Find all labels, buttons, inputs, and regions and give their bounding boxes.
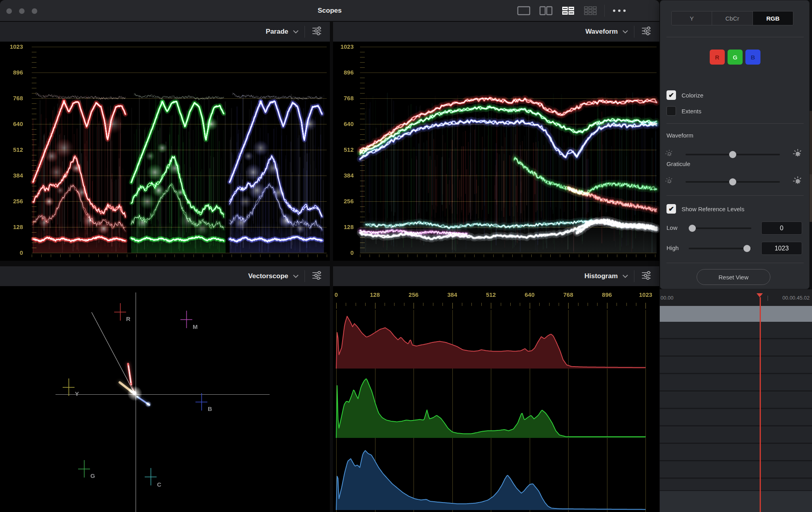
show-reference-label: Show Reference Levels <box>682 206 744 212</box>
axis-label: 0 <box>333 249 354 257</box>
single-view-icon[interactable] <box>515 4 532 17</box>
nine-view-icon[interactable] <box>582 4 599 17</box>
header-divider <box>634 270 634 282</box>
extents-checkbox[interactable] <box>666 106 676 116</box>
axis-label: 1023 <box>634 291 657 299</box>
high-reference-row: High <box>660 242 810 255</box>
chevron-down-icon[interactable] <box>293 275 299 278</box>
axis-label: 896 <box>333 69 354 76</box>
extents-row: Extents <box>666 106 701 116</box>
chevron-down-icon[interactable] <box>622 275 628 278</box>
chevron-down-icon[interactable] <box>293 30 299 34</box>
vectorscope-target-label: G <box>90 472 95 479</box>
blue-channel-button[interactable]: B <box>745 50 760 65</box>
axis-label: 1023 <box>0 43 23 51</box>
vectorscope-title-dropdown[interactable]: Vectorscope <box>248 272 288 280</box>
quad-view-icon-active[interactable] <box>560 4 576 17</box>
axis-label: 512 <box>0 146 23 154</box>
show-reference-checkbox[interactable] <box>666 204 676 214</box>
green-channel-button[interactable]: G <box>728 50 743 65</box>
histogram-canvas <box>333 286 659 512</box>
timeline-start-timecode: 00.00 <box>661 295 674 301</box>
more-options-icon[interactable] <box>610 4 628 17</box>
vectorscope-target-label: B <box>208 405 212 412</box>
dual-view-icon[interactable] <box>538 4 554 17</box>
zoom-button[interactable] <box>32 8 37 14</box>
timeline-scrollbar[interactable] <box>660 306 812 322</box>
slider-track[interactable] <box>686 181 780 183</box>
chevron-down-icon[interactable] <box>622 30 628 34</box>
histogram-display: 01282563845126407688961023 <box>333 286 659 512</box>
extents-label: Extents <box>682 108 701 115</box>
tab-y[interactable]: Y <box>672 11 712 25</box>
waveform-brightness-slider <box>660 149 810 160</box>
vectorscope-canvas <box>0 286 330 512</box>
colorize-label: Colorize <box>682 92 703 99</box>
brightness-high-icon <box>793 176 803 188</box>
playhead-handle[interactable] <box>756 293 763 297</box>
scope-settings-icon[interactable] <box>311 269 323 283</box>
parade-header: Parade <box>0 22 330 42</box>
colorize-row: Colorize <box>666 90 703 100</box>
histogram-title-dropdown[interactable]: Histogram <box>584 272 618 280</box>
parade-scope-display: 10238967686405123842561280 <box>0 42 330 261</box>
slider-thumb[interactable] <box>729 151 736 158</box>
reset-view-button[interactable]: Reset View <box>697 269 770 285</box>
window-controls <box>6 8 37 14</box>
slider-thumb[interactable] <box>729 178 736 185</box>
slider-track[interactable] <box>689 227 751 229</box>
scope-settings-icon[interactable] <box>640 269 652 283</box>
divider <box>666 123 804 124</box>
colorize-checkbox[interactable] <box>666 90 676 100</box>
low-value-input[interactable] <box>761 222 802 235</box>
waveform-brightness-label: Waveform <box>666 132 693 139</box>
red-channel-button[interactable]: R <box>710 50 725 65</box>
slider-thumb[interactable] <box>743 245 751 252</box>
high-value-input[interactable] <box>761 242 802 255</box>
scope-settings-panel: Y CbCr RGB R G B Colorize Extents Wavefo… <box>660 0 810 289</box>
show-reference-row: Show Reference Levels <box>666 204 744 214</box>
divider <box>666 195 804 196</box>
parade-panel: Parade 10238967686405123842561280 <box>0 22 330 261</box>
playhead-line[interactable] <box>760 297 761 512</box>
high-label: High <box>666 245 679 251</box>
histogram-header: Histogram <box>333 266 659 286</box>
timeline-background: 00.00 00.00.45.02 <box>660 289 812 512</box>
histogram-panel: Histogram 01282563845126407688961023 <box>333 266 659 512</box>
vectorscope-target-label: Y <box>75 390 79 397</box>
divider <box>666 263 804 263</box>
axis-label: 640 <box>518 291 542 299</box>
background-app-sliver <box>810 0 812 289</box>
waveform-title-dropdown[interactable]: Waveform <box>585 28 618 36</box>
divider <box>666 37 804 37</box>
scope-settings-icon[interactable] <box>640 25 652 38</box>
timeline-tracks[interactable] <box>660 322 812 512</box>
tab-rgb[interactable]: RGB <box>753 11 793 25</box>
slider-thumb[interactable] <box>689 225 696 232</box>
axis-label: 384 <box>333 172 354 180</box>
titlebar-divider <box>604 5 605 17</box>
timeline-bottom-track[interactable] <box>660 490 812 512</box>
parade-title-dropdown[interactable]: Parade <box>266 28 288 36</box>
slider-track[interactable] <box>689 248 751 249</box>
waveform-header: Waveform <box>333 22 659 42</box>
low-reference-row: Low <box>660 222 810 235</box>
brightness-low-icon <box>665 177 674 187</box>
axis-label: 128 <box>0 223 23 231</box>
slider-track[interactable] <box>686 154 780 155</box>
graticule-brightness-label: Graticule <box>666 160 690 167</box>
axis-label: 256 <box>333 197 354 205</box>
axis-label: 0 <box>333 291 348 299</box>
vectorscope-target-label: M <box>193 323 198 330</box>
waveform-scope-canvas <box>333 42 659 261</box>
brightness-low-icon <box>665 149 674 160</box>
parade-scope-canvas <box>0 42 330 261</box>
tab-cbcr[interactable]: CbCr <box>712 11 752 25</box>
waveform-scope-display: 10238967686405123842561280 <box>333 42 659 261</box>
close-button[interactable] <box>6 8 12 14</box>
scope-settings-icon[interactable] <box>311 25 323 38</box>
vectorscope-header: Vectorscope <box>0 266 330 286</box>
axis-label: 128 <box>333 223 354 231</box>
axis-label: 512 <box>333 146 354 154</box>
minimize-button[interactable] <box>19 8 25 14</box>
